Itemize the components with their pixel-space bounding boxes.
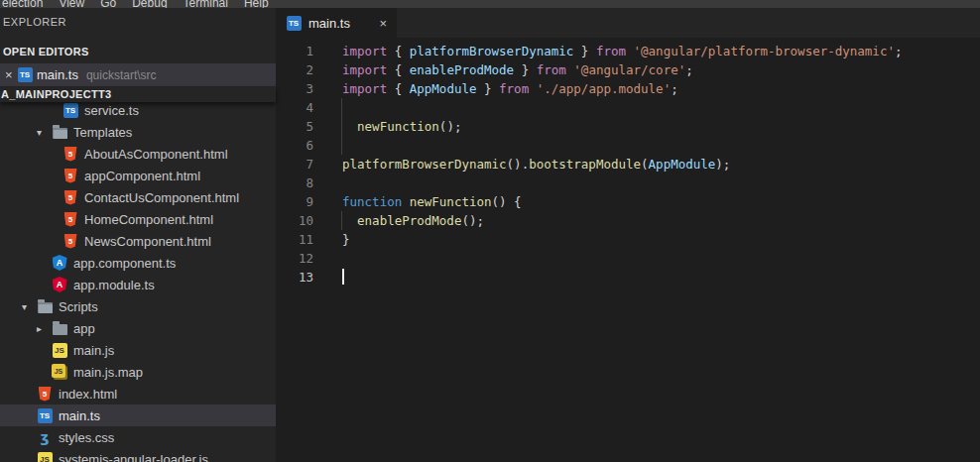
line-number-10[interactable]: 10 (276, 211, 313, 230)
code-editor[interactable]: 12345678910111213 import { platformBrows… (276, 38, 980, 462)
chevron-down-icon: ▾ (37, 127, 52, 138)
js-icon: JS (37, 451, 53, 462)
code-line-6[interactable] (342, 136, 902, 155)
code-line-3[interactable]: import { AppModule } from './app/app.mod… (342, 79, 902, 98)
tree-item-service-ts[interactable]: TSservice.ts (0, 99, 276, 121)
tree-item-scripts[interactable]: ▾Scripts (0, 295, 276, 317)
code-line-11[interactable]: } (342, 230, 902, 249)
vscode-window: electionViewGoDebugTerminalHelp EXPLORER… (0, 0, 980, 462)
line-number-12[interactable]: 12 (276, 249, 313, 268)
tab-close-icon[interactable]: × (379, 17, 387, 30)
project-section-header[interactable]: A_MAINPROJECTT3 (0, 87, 276, 102)
file-label: main.js.map (73, 365, 143, 380)
editor-tab-bar: TS main.ts × (276, 8, 980, 38)
tree-item-main-js-map[interactable]: JSmain.js.map (0, 361, 276, 383)
tree-item-templates[interactable]: ▾Templates (0, 121, 276, 143)
menu-item-help[interactable]: Help (244, 0, 269, 8)
menu-item-election[interactable]: election (2, 0, 43, 8)
file-label: main.js (73, 343, 114, 358)
tab-main-ts[interactable]: TS main.ts × (276, 8, 397, 38)
file-label: Templates (73, 125, 132, 140)
tree-item-app-module-ts[interactable]: Aapp.module.ts (0, 274, 276, 295)
file-label: systemjs-angular-loader.js (59, 452, 208, 462)
tree-item-aboutascomponent-html[interactable]: 5AboutAsComponent.html (0, 143, 276, 165)
menu-item-go[interactable]: Go (100, 0, 116, 8)
file-label: main.ts (59, 408, 100, 423)
code-line-7[interactable]: platformBrowserDynamic().bootstrapModule… (342, 155, 902, 173)
explorer-sidebar: EXPLORER OPEN EDITORS × TS main.ts quick… (0, 8, 276, 462)
folder-icon (52, 320, 67, 336)
code-line-8[interactable] (342, 173, 902, 192)
file-tree: TSservice.ts▾Templates5AboutAsComponent.… (0, 99, 276, 462)
line-number-2[interactable]: 2 (276, 60, 313, 79)
line-number-3[interactable]: 3 (276, 79, 313, 98)
tree-item-main-js[interactable]: JSmain.js (0, 339, 276, 361)
tree-item-systemjs-angular-loader-js[interactable]: JSsystemjs-angular-loader.js (0, 448, 276, 462)
code-content[interactable]: import { platformBrowserDynamic } from '… (342, 42, 902, 287)
code-line-1[interactable]: import { platformBrowserDynamic } from '… (342, 42, 902, 60)
code-line-2[interactable]: import { enableProdMode } from '@angular… (342, 60, 902, 79)
ng-red-icon: A (52, 277, 67, 292)
line-number-13[interactable]: 13 (276, 268, 313, 287)
code-line-4[interactable] (342, 98, 902, 117)
html-icon: 5 (62, 233, 78, 249)
line-number-4[interactable]: 4 (276, 98, 313, 117)
html-icon: 5 (62, 168, 78, 183)
html-icon: 5 (62, 211, 78, 227)
ng-blue-icon: A (52, 255, 67, 271)
chevron-down-icon: ▾ (22, 301, 37, 312)
code-line-10[interactable]: enableProdMode(); (342, 211, 902, 230)
open-editor-filename: main.ts (37, 67, 78, 82)
tab-label: main.ts (308, 16, 350, 31)
tree-item-main-ts[interactable]: TSmain.ts (0, 404, 276, 426)
open-editor-path: quickstart\src (86, 68, 157, 82)
html-icon: 5 (62, 189, 78, 205)
text-cursor (342, 269, 344, 285)
file-label: Scripts (59, 299, 98, 314)
html-icon: 5 (37, 386, 53, 402)
code-line-13[interactable] (342, 268, 902, 287)
open-editors-header[interactable]: OPEN EDITORS (3, 46, 89, 58)
line-number-gutter[interactable]: 12345678910111213 (276, 42, 313, 287)
code-line-9[interactable]: function newFunction() { (342, 192, 902, 211)
tree-item-styles-css[interactable]: ʒstyles.css (0, 426, 276, 448)
file-label: NewsComponent.html (84, 234, 211, 249)
html-icon: 5 (62, 146, 78, 162)
tree-item-app-component-ts[interactable]: Aapp.component.ts (0, 252, 276, 274)
line-number-7[interactable]: 7 (276, 155, 313, 173)
file-label: styles.css (59, 430, 114, 445)
file-label: service.ts (84, 103, 139, 118)
jsmap-icon: JS (52, 364, 67, 380)
css-icon: ʒ (37, 429, 53, 445)
line-number-5[interactable]: 5 (276, 117, 313, 136)
chevron-right-icon: ▸ (37, 323, 52, 334)
menu-item-terminal[interactable]: Terminal (184, 0, 228, 8)
menu-item-view[interactable]: View (59, 0, 84, 8)
menu-item-debug[interactable]: Debug (132, 0, 167, 8)
tree-item-index-html[interactable]: 5index.html (0, 383, 276, 404)
indent-guide (341, 211, 342, 230)
tree-item-app[interactable]: ▸app (0, 317, 276, 339)
file-label: app (73, 321, 95, 336)
file-label: AboutAsComponent.html (84, 147, 228, 162)
folder-open-icon (52, 124, 67, 140)
file-label: app.module.ts (73, 278, 155, 292)
file-label: ContactUsComponent.html (84, 190, 239, 205)
tree-item-homecomponent-html[interactable]: 5HomeComponent.html (0, 208, 276, 230)
tree-item-contactuscomponent-html[interactable]: 5ContactUsComponent.html (0, 186, 276, 208)
line-number-6[interactable]: 6 (276, 136, 313, 155)
typescript-icon: TS (17, 67, 33, 83)
tree-item-newscomponent-html[interactable]: 5NewsComponent.html (0, 230, 276, 252)
open-editor-item-main-ts[interactable]: × TS main.ts quickstart\src (0, 63, 276, 86)
menu-bar: electionViewGoDebugTerminalHelp (0, 0, 980, 8)
line-number-9[interactable]: 9 (276, 192, 313, 211)
line-number-11[interactable]: 11 (276, 230, 313, 249)
close-editor-icon[interactable]: × (5, 69, 17, 81)
tree-item-appcomponent-html[interactable]: 5appComponent.html (0, 165, 276, 186)
line-number-8[interactable]: 8 (276, 173, 313, 192)
typescript-icon: TS (286, 15, 302, 31)
line-number-1[interactable]: 1 (276, 42, 313, 60)
js-icon: JS (52, 342, 67, 358)
code-line-5[interactable]: newFunction(); (342, 117, 902, 136)
code-line-12[interactable] (342, 249, 902, 268)
